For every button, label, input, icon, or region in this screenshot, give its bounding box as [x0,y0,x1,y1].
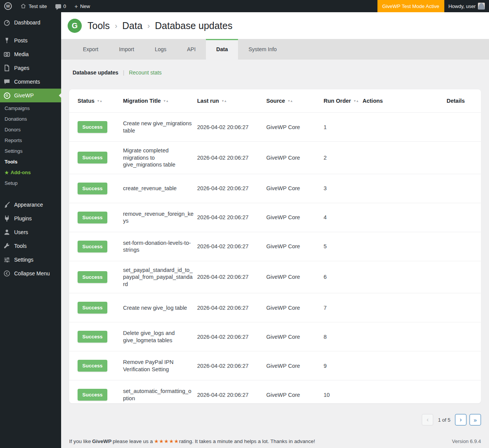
tab-export[interactable]: Export [73,39,108,60]
migration-title: Create new give_log table [123,304,197,312]
source-value: GiveWP Core [266,243,324,249]
table-row: Success set_paypal_standard_id_to_paypal… [69,261,481,293]
table-row: Success Migrate completed migrations to … [69,141,481,174]
run-order-value: 6 [324,274,363,280]
sort-icon: ▼▲ [97,99,102,103]
source-value: GiveWP Core [266,274,324,280]
sort-icon: ▼▲ [221,99,227,103]
status-badge: Success [78,152,107,163]
status-badge: Success [78,331,107,343]
sort-icon: ▼▲ [163,99,168,103]
table-row: Success remove_revenue_foreign_keys 2026… [69,203,481,232]
sidebar-item-comments[interactable]: Comments [0,75,61,89]
sidebar-item-label: Media [14,51,29,58]
tab-api[interactable]: API [177,39,206,60]
submenu-item-settings[interactable]: Settings [0,146,61,157]
new-content-button[interactable]: + New [70,0,94,12]
run-order-value: 2 [324,155,363,161]
comments-icon [3,78,11,86]
sidebar-item-pages[interactable]: Pages [0,61,61,75]
migration-title: set-form-donation-levels-to-strings [123,239,197,254]
tab-system-info[interactable]: System Info [238,39,287,60]
submenu-item-campaigns[interactable]: Campaigns [0,103,61,114]
wordpress-logo-icon: W [4,2,12,10]
source-value: GiveWP Core [266,214,324,220]
last-page-button[interactable]: » [470,414,481,425]
column-header-last-run[interactable]: Last run ▼▲ [197,98,266,104]
run-order-value: 9 [324,363,363,369]
table-row: Success set_automatic_formatting_option … [69,380,481,403]
source-value: GiveWP Core [266,334,324,340]
sort-icon: ▼▲ [353,99,359,103]
addons-label: Add-ons [11,170,31,175]
last-run-value: 2026-04-02 20:06:27 [197,305,266,311]
howdy-account-menu[interactable]: Howdy, user [444,0,489,12]
column-header-actions: Actions [363,98,447,104]
migration-title: Create new give_migrations table [123,120,197,134]
sort-icon: ▼▲ [287,99,293,103]
sidebar-item-users[interactable]: Users [0,225,61,239]
breadcrumb-data[interactable]: Data [122,20,142,31]
sidebar-item-media[interactable]: Media [0,47,61,61]
sidebar-item-tools[interactable]: Tools [0,239,61,253]
sidebar-item-label: Collapse Menu [14,270,50,277]
brand-name: GiveWP [92,438,112,444]
tab-logs[interactable]: Logs [144,39,176,60]
subnav-database-updates[interactable]: Database updates [73,70,118,76]
wordpress-menu[interactable]: W [0,0,16,12]
subnav: Database updates | Recount stats [61,60,489,76]
user-avatar [478,3,485,10]
column-header-status[interactable]: Status ▼▲ [78,98,123,104]
column-header-migration-title[interactable]: Migration Title ▼▲ [123,98,197,104]
screen: W Test site 0 + New GiveWP Test Mode Act… [0,0,489,448]
submenu-item-tools[interactable]: Tools [0,157,61,167]
column-header-source[interactable]: Source ▼▲ [266,98,324,104]
admin-sidebar: Dashboard Posts Media Pages [0,12,61,448]
admin-bar: W Test site 0 + New GiveWP Test Mode Act… [0,0,489,12]
sidebar-item-label: Appearance [14,201,43,208]
column-header-run-order[interactable]: Run Order ▼▲ [324,98,363,104]
tab-import[interactable]: Import [108,39,144,60]
new-label: New [80,3,90,9]
subnav-recount-stats-link[interactable]: Recount stats [129,70,162,76]
status-badge: Success [78,389,107,401]
posts-icon [3,37,11,44]
previous-page-button[interactable]: ‹ [422,414,433,425]
five-star-rating-link[interactable]: ★★★★★ [154,438,179,444]
sidebar-item-plugins[interactable]: Plugins [0,212,61,225]
submenu-item-setup[interactable]: Setup [0,178,61,189]
sidebar-item-appearance[interactable]: Appearance [0,198,61,212]
tab-data[interactable]: Data [206,39,238,60]
home-icon [20,3,26,9]
source-value: GiveWP Core [266,305,324,311]
sidebar-item-settings[interactable]: Settings [0,253,61,267]
sidebar-item-givewp[interactable]: G GiveWP [0,89,61,102]
admin-bar-comments[interactable]: 0 [51,0,70,12]
status-badge: Success [78,183,107,194]
page-header: G Tools › Data › Database updates [61,12,489,39]
next-page-button[interactable]: › [455,414,466,425]
sidebar-item-label: Dashboard [14,19,40,26]
collapse-icon [3,270,11,277]
migration-title: Migrate completed migrations to give_mig… [123,147,197,168]
test-mode-badge[interactable]: GiveWP Test Mode Active [377,0,444,12]
givewp-logo: G [68,19,82,33]
sidebar-item-posts[interactable]: Posts [0,34,61,47]
migrations-table: Status ▼▲ Migration Title ▼▲ Last run ▼▲… [69,89,481,403]
submenu-item-reports[interactable]: Reports [0,135,61,146]
table-row: Success Create new give_migrations table… [69,112,481,141]
submenu-item-donations[interactable]: Donations [0,114,61,125]
source-value: GiveWP Core [266,363,324,369]
collapse-menu-button[interactable]: Collapse Menu [0,267,61,280]
table-header-row: Status ▼▲ Migration Title ▼▲ Last run ▼▲… [69,89,481,112]
submenu-item-addons[interactable]: ★ Add-ons [0,167,61,178]
status-badge: Success [78,360,107,372]
submenu-item-donors[interactable]: Donors [0,125,61,135]
status-badge: Success [78,271,107,283]
breadcrumb-tools[interactable]: Tools [87,20,110,31]
sidebar-item-label: GiveWP [14,92,34,99]
sidebar-item-dashboard[interactable]: Dashboard [0,16,61,29]
site-name-link[interactable]: Test site [16,0,51,12]
migration-title: set_automatic_formatting_option [123,388,197,402]
table-row: Success Remove PayPal IPN Verification S… [69,351,481,380]
